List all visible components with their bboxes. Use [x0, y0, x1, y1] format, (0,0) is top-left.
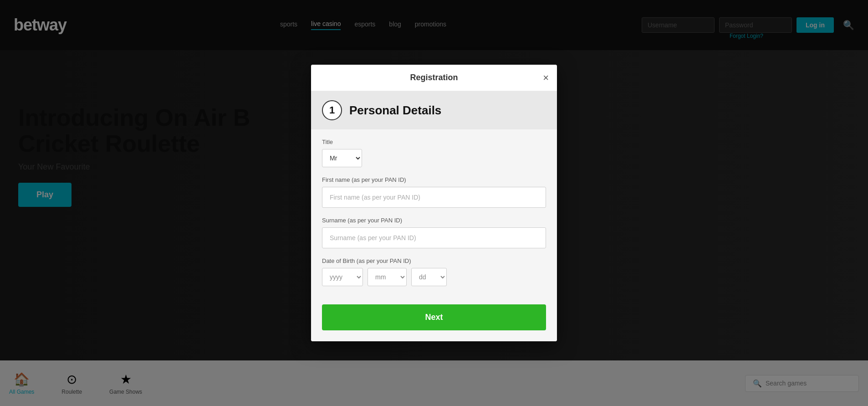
dob-month-select[interactable]: mm [368, 268, 407, 286]
dob-year-select[interactable]: yyyy [322, 268, 363, 286]
surname-input[interactable] [322, 227, 546, 248]
dob-day-select[interactable]: dd [411, 268, 447, 286]
title-label: Title [322, 139, 546, 145]
dob-label: Date of Birth (as per your PAN ID) [322, 257, 546, 264]
dob-row: yyyy mm dd [322, 268, 546, 286]
dob-field-group: Date of Birth (as per your PAN ID) yyyy … [322, 257, 546, 286]
step-title: Personal Details [349, 103, 441, 118]
step-header: 1 Personal Details [311, 91, 557, 129]
firstname-label: First name (as per your PAN ID) [322, 176, 546, 183]
firstname-input[interactable] [322, 187, 546, 208]
firstname-field-group: First name (as per your PAN ID) [322, 176, 546, 208]
modal-header: Registration × [311, 65, 557, 91]
surname-field-group: Surname (as per your PAN ID) [322, 217, 546, 248]
title-select[interactable]: Mr Mrs Ms Dr [322, 149, 362, 167]
registration-modal: Registration × 1 Personal Details Title … [311, 65, 557, 341]
modal-close-button[interactable]: × [543, 73, 549, 83]
surname-label: Surname (as per your PAN ID) [322, 217, 546, 224]
modal-title: Registration [410, 73, 458, 82]
modal-overlay: Registration × 1 Personal Details Title … [0, 0, 868, 406]
step-number: 1 [322, 100, 342, 120]
modal-body: 1 Personal Details Title Mr Mrs Ms Dr [311, 91, 557, 341]
next-button[interactable]: Next [322, 304, 546, 330]
title-field-group: Title Mr Mrs Ms Dr [322, 139, 546, 167]
registration-form: Title Mr Mrs Ms Dr First name (as per yo… [311, 129, 557, 304]
